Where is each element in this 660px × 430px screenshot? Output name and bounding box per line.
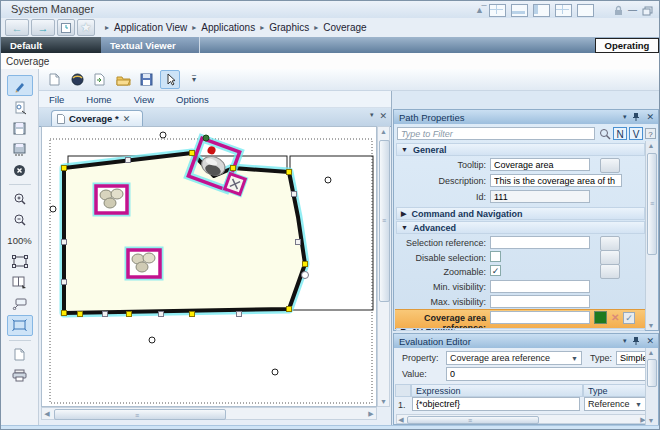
filter-input[interactable] bbox=[397, 127, 595, 140]
evaluation-editor-titlebar[interactable]: Evaluation Editor ▾ ✕ bbox=[394, 334, 658, 348]
split-view-icon[interactable] bbox=[8, 273, 32, 292]
zoomable-checkbox[interactable]: ✓ bbox=[490, 265, 501, 276]
expression-field[interactable] bbox=[412, 397, 580, 411]
open-folder-icon[interactable] bbox=[114, 71, 132, 88]
table-horizontal-scrollbar[interactable]: ◀ ≡ ▶ bbox=[396, 414, 648, 424]
disable-selection-button[interactable] bbox=[600, 250, 620, 265]
type-column-header[interactable]: Type bbox=[583, 384, 650, 397]
point-marker[interactable] bbox=[50, 206, 56, 212]
canvas-vertical-scrollbar[interactable]: ▲ ≡ ▼ bbox=[377, 126, 390, 407]
tooltip-field[interactable] bbox=[490, 158, 590, 171]
clear-reference-icon[interactable]: ✕ bbox=[611, 312, 619, 323]
tank-cluster-object[interactable] bbox=[128, 250, 160, 277]
point-marker[interactable] bbox=[272, 369, 278, 375]
export-document-icon[interactable] bbox=[8, 98, 32, 117]
print-icon[interactable] bbox=[8, 366, 32, 385]
fit-view-icon[interactable] bbox=[8, 252, 32, 271]
panel-vertical-scrollbar[interactable]: ▲ ≡ ▼ bbox=[645, 141, 658, 330]
filter-name-button[interactable]: N bbox=[613, 127, 627, 140]
panel-menu-chevron-icon[interactable]: ▾ bbox=[623, 113, 627, 121]
breadcrumb-item[interactable]: Coverage bbox=[323, 22, 366, 33]
disable-selection-checkbox[interactable] bbox=[490, 251, 501, 262]
canvas-horizontal-scrollbar[interactable]: ◀ ≡ ▶ bbox=[41, 407, 377, 420]
save-icon[interactable] bbox=[8, 119, 32, 138]
section-command-navigation[interactable]: ▶ Command and Navigation bbox=[396, 207, 645, 220]
restore-icon[interactable] bbox=[642, 6, 653, 16]
filter-value-button[interactable]: V bbox=[629, 127, 643, 140]
new-document-icon[interactable] bbox=[45, 71, 63, 88]
save-icon[interactable] bbox=[137, 71, 155, 88]
page-setup-icon[interactable] bbox=[8, 345, 32, 364]
selection-reference-field[interactable] bbox=[490, 236, 590, 249]
open-project-icon[interactable] bbox=[68, 71, 86, 88]
abort-icon[interactable] bbox=[8, 161, 32, 180]
zoom-out-icon[interactable] bbox=[8, 210, 32, 229]
close-tab-icon[interactable]: ✕ bbox=[123, 114, 131, 124]
forward-button[interactable]: → bbox=[31, 19, 55, 36]
layout-grid-icon[interactable] bbox=[489, 4, 506, 17]
selection-reference-button[interactable] bbox=[600, 236, 620, 251]
history-icon[interactable] bbox=[57, 19, 75, 36]
rotation-handle[interactable] bbox=[203, 135, 209, 141]
coverage-view-icon[interactable] bbox=[7, 315, 33, 336]
min-visibility-field[interactable] bbox=[490, 280, 590, 293]
edit-pencil-icon[interactable] bbox=[7, 75, 33, 96]
zoom-level-label[interactable]: 100% bbox=[8, 231, 32, 250]
filter-help-button[interactable]: ? bbox=[645, 128, 656, 139]
layout-left-icon[interactable] bbox=[533, 4, 550, 17]
section-general[interactable]: ▼ General bbox=[396, 143, 645, 156]
select-cursor-icon[interactable] bbox=[160, 70, 180, 89]
tooltip-more-button[interactable] bbox=[600, 158, 620, 173]
zoom-in-icon[interactable] bbox=[8, 189, 32, 208]
breadcrumb-item[interactable]: Applications bbox=[201, 22, 255, 33]
max-visibility-field[interactable] bbox=[490, 295, 590, 308]
drawing-canvas[interactable] bbox=[41, 126, 377, 407]
breadcrumb-item[interactable]: Graphics bbox=[269, 22, 309, 33]
section-advanced[interactable]: ▼ Advanced bbox=[396, 221, 645, 234]
expression-column-header[interactable]: Expression bbox=[411, 384, 583, 397]
toolbar-overflow-icon[interactable]: ▾̅ bbox=[185, 71, 203, 88]
camera-delete-marker[interactable] bbox=[225, 174, 246, 195]
expression-type-dropdown[interactable]: Reference▼ bbox=[584, 397, 646, 411]
zoomable-button[interactable] bbox=[600, 264, 620, 279]
close-panel-icon[interactable]: ✕ bbox=[646, 336, 654, 346]
tab-default[interactable]: Default bbox=[1, 37, 101, 53]
layout-bottom-icon[interactable] bbox=[511, 4, 528, 17]
close-panel-icon[interactable]: ✕ bbox=[646, 112, 654, 122]
minimize-icon[interactable]: — bbox=[628, 5, 637, 16]
menu-home[interactable]: Home bbox=[86, 94, 111, 105]
close-document-icon[interactable]: ✕ bbox=[379, 111, 387, 121]
menu-options[interactable]: Options bbox=[176, 94, 209, 105]
value-field[interactable] bbox=[446, 367, 650, 381]
pin-icon[interactable] bbox=[632, 112, 640, 122]
layout-single-icon[interactable] bbox=[577, 4, 594, 17]
tab-textual-viewer[interactable]: Textual Viewer bbox=[101, 37, 200, 53]
document-tab-coverage[interactable]: Coverage * ✕ bbox=[51, 110, 143, 126]
menu-view[interactable]: View bbox=[134, 94, 154, 105]
tank-cluster-object[interactable] bbox=[96, 186, 127, 213]
reference-apply-checkbox[interactable]: ✓ bbox=[623, 312, 635, 324]
point-marker[interactable] bbox=[325, 177, 331, 183]
path-properties-titlebar[interactable]: Path Properties ▾ ✕ bbox=[394, 110, 658, 124]
coverage-area-reference-field[interactable] bbox=[490, 311, 590, 324]
description-field[interactable] bbox=[490, 174, 622, 187]
search-icon[interactable] bbox=[599, 128, 611, 140]
point-marker[interactable] bbox=[160, 132, 166, 138]
panel-menu-chevron-icon[interactable]: ▾ bbox=[623, 337, 627, 345]
panel-vertical-scrollbar[interactable]: ▲ ▼ bbox=[645, 348, 658, 425]
menu-file[interactable]: File bbox=[49, 94, 64, 105]
import-document-icon[interactable] bbox=[91, 71, 109, 88]
collapse-top-icon[interactable]: ▲̅ bbox=[475, 5, 484, 16]
operating-mode-button[interactable]: Operating bbox=[595, 38, 659, 53]
reference-color-button[interactable] bbox=[594, 311, 607, 324]
layout-quad-icon[interactable] bbox=[555, 4, 572, 17]
point-marker[interactable] bbox=[149, 337, 155, 343]
tab-list-chevron-icon[interactable]: ▾ bbox=[370, 111, 374, 121]
favorites-star-icon[interactable]: ★ bbox=[77, 19, 95, 36]
section-3d-effects[interactable]: ▶ 3D Effects bbox=[396, 328, 645, 331]
breadcrumb-item[interactable]: Application View bbox=[114, 22, 187, 33]
back-button[interactable]: ← bbox=[5, 19, 29, 36]
pin-icon[interactable] bbox=[632, 336, 640, 346]
callout-icon[interactable] bbox=[8, 294, 32, 313]
save-as-icon[interactable] bbox=[8, 140, 32, 159]
